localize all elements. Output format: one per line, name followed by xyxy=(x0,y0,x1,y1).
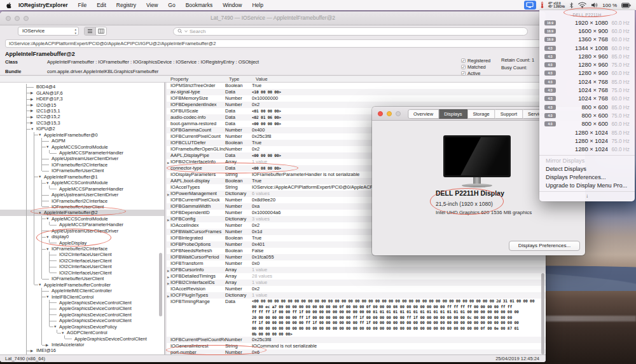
tab-support[interactable]: Support xyxy=(495,109,523,119)
tree-item-I2C3@15,3[interactable]: I2C3@15,3 xyxy=(23,120,164,126)
column-header-value[interactable]: Value xyxy=(256,76,268,83)
tree-item-I2C0@15[interactable]: I2C0@15 xyxy=(23,102,164,107)
tree-item-AppleMCCSParameterHandler[interactable]: AppleMCCSParameterHandler xyxy=(23,185,164,191)
resolution-item[interactable]: 4:31024 × 76875.0 Hz xyxy=(539,86,635,94)
tree-item-display0[interactable]: display0 xyxy=(23,234,164,239)
tree-item-AppleGraphicsDeviceControlClient[interactable]: AppleGraphicsDeviceControlClient xyxy=(23,318,164,323)
tree-item-B0D4@4[interactable]: B0D4@4 xyxy=(23,84,164,90)
menu-action-displays-preferences[interactable]: Displays Preferences... xyxy=(539,173,635,182)
tree-scrollbar[interactable] xyxy=(159,253,162,316)
tree-item-IOI2CInterfaceUserClient[interactable]: IOI2CInterfaceUserClient xyxy=(23,264,164,269)
tree-item-HDEF@1F,3[interactable]: HDEF@1F,3 xyxy=(23,96,164,102)
tree-item-IOFramebufferUserClient[interactable]: IOFramebufferUserClient xyxy=(23,276,164,281)
tree-item-IOI2CInterfaceUserClient[interactable]: IOI2CInterfaceUserClient xyxy=(23,270,164,276)
minimize-button[interactable] xyxy=(387,111,392,116)
disclosure-open-icon[interactable] xyxy=(38,132,44,138)
tree-item-AppleUpstreamUserClientDriver[interactable]: AppleUpstreamUserClientDriver xyxy=(23,156,164,161)
tree-item-AppleMCCSControlModule[interactable]: AppleMCCSControlModule xyxy=(23,216,164,222)
scroll-more-arrow[interactable]: ↓ xyxy=(539,193,635,199)
table-row[interactable]: IOCFPlugInTypesDictionary1 value xyxy=(167,292,546,299)
menu-item-view[interactable]: View xyxy=(141,2,163,8)
tree-item-IntelFBClientControl[interactable]: IntelFBClientControl xyxy=(23,293,164,299)
menu-item-bookmarks[interactable]: Bookmarks xyxy=(181,2,218,8)
disclosure-closed-icon[interactable] xyxy=(31,96,36,102)
disclosure-open-icon[interactable] xyxy=(53,324,59,330)
resolution-item[interactable]: 4:31280 × 96075.0 Hz xyxy=(539,60,635,69)
table-row[interactable]: IOFBI2CInterfaceIDsArray1 value xyxy=(167,280,546,286)
resolution-item[interactable]: 1280 × 102460.0 Hz xyxy=(539,145,635,153)
tree-item-IntelAccelerator[interactable]: IntelAccelerator xyxy=(23,342,164,347)
tree-item-GLAN@1F,6[interactable]: GLAN@1F,6 xyxy=(23,90,164,95)
tree-item-AppleIntelFramebuffer@2[interactable]: AppleIntelFramebuffer@2 xyxy=(0,210,164,215)
volume-icon[interactable] xyxy=(591,2,598,8)
tree-item-I2C2@15,2[interactable]: I2C2@15,2 xyxy=(23,114,164,119)
column-view-button[interactable] xyxy=(95,27,106,35)
tree-item-IMEI@16[interactable]: IMEI@16 xyxy=(23,347,164,353)
table-row[interactable]: IOFBDetailedTimingsArray28 values xyxy=(167,273,546,280)
disclosure-open-icon[interactable] xyxy=(46,216,52,222)
resolution-item[interactable]: 4:31280 × 96060.0 Hz xyxy=(539,69,635,78)
search-input[interactable]: Search xyxy=(173,27,528,36)
resolution-item[interactable]: 4:31344 × 100860.0 Hz xyxy=(539,44,635,52)
disclosure-open-icon[interactable] xyxy=(31,126,36,131)
tree-item-AppleUpstreamUserClientDriver[interactable]: AppleUpstreamUserClientDriver xyxy=(23,192,164,198)
resolution-item[interactable]: 16:91920 × 108060.0 Hz xyxy=(539,18,635,27)
tree-item-IOFramebufferUserClient[interactable]: IOFramebufferUserClient xyxy=(23,168,164,173)
tree-item-AGDPClientControl[interactable]: AGDPClientControl xyxy=(23,330,164,335)
menu-item-registry[interactable]: Registry xyxy=(111,2,141,8)
plane-selector-popup[interactable]: IOService ▴▾ xyxy=(18,27,79,36)
battery-icon[interactable] xyxy=(621,3,631,8)
tree-item-AppleGraphicsDeviceControlClient[interactable]: AppleGraphicsDeviceControlClient xyxy=(23,335,164,341)
tree-item-IOFramebufferI2CInterface[interactable]: IOFramebufferI2CInterface xyxy=(23,246,164,252)
tree-item-AppleUpstreamUserClientDriver[interactable]: AppleUpstreamUserClientDriver xyxy=(23,228,164,234)
close-button[interactable] xyxy=(378,111,383,116)
table-row[interactable]: IOFBTimingRangeData<00 00 00 00 00 00 00… xyxy=(167,299,546,337)
menu-item-window[interactable]: Window xyxy=(218,2,247,8)
disclosure-open-icon[interactable] xyxy=(46,180,52,185)
resolution-item[interactable]: 4:3800 × 60075.0 Hz xyxy=(539,111,635,119)
disclosure-open-icon[interactable] xyxy=(46,246,52,252)
resolution-item[interactable]: 4:31024 × 76885.0 Hz xyxy=(539,78,635,86)
table-row[interactable]: IOGeneralInterestStringIOCommand is not … xyxy=(167,343,546,349)
displays-preferences-button[interactable]: Displays Preferences... xyxy=(509,241,580,251)
resolution-item[interactable]: 4:3800 × 60085.0 Hz xyxy=(539,103,635,111)
table-row[interactable]: IOAccelRevisionNumber0x2 xyxy=(167,286,546,292)
resolution-item[interactable]: 4:31024 × 76860.0 Hz xyxy=(539,95,635,103)
disclosure-closed-icon[interactable] xyxy=(31,114,36,119)
column-header-type[interactable]: Type xyxy=(229,76,239,83)
disclosure-open-icon[interactable] xyxy=(38,281,44,287)
column-header-property[interactable]: Property xyxy=(170,76,188,83)
tree-item-AppleDisplay[interactable]: AppleDisplay xyxy=(23,239,164,245)
resolution-item[interactable]: 1280 × 102485.0 Hz xyxy=(539,128,635,137)
tree-item-AGPM[interactable]: AGPM xyxy=(23,138,164,144)
tree-item-IOI2CInterfaceUserClient[interactable]: IOI2CInterfaceUserClient xyxy=(23,258,164,264)
tree-item-I2C1@15,1[interactable]: I2C1@15,1 xyxy=(23,108,164,114)
tree-item-AppleGraphicsDevicePolicy[interactable]: AppleGraphicsDevicePolicy xyxy=(23,324,164,330)
zoom-button[interactable] xyxy=(396,111,401,116)
thermometer-icon[interactable] xyxy=(541,1,544,9)
table-row[interactable]: IOFBTransformNumber0x0 xyxy=(167,260,546,267)
resolution-item[interactable]: 16:91600 × 90060.0 Hz xyxy=(539,27,635,35)
tree-item-AppleMCCSControlModule[interactable]: AppleMCCSControlModule xyxy=(23,180,164,185)
menu-item-help[interactable]: Help xyxy=(247,2,268,8)
menu-action-upgrade-to-display-menu-pro[interactable]: Upgrade to Display Menu Pro... xyxy=(539,182,635,190)
tab-displays[interactable]: Displays xyxy=(439,109,467,119)
tree-item-AppleGraphicsDeviceControlClient[interactable]: AppleGraphicsDeviceControlClient xyxy=(23,312,164,318)
tree-item-AppleIntelMEClientController[interactable]: AppleIntelMEClientController xyxy=(23,288,164,293)
display-menu-icon[interactable] xyxy=(524,1,536,10)
tab-overview[interactable]: Overview xyxy=(408,109,439,119)
table-row[interactable]: IOFBCursorInfoArray1 value xyxy=(167,267,546,273)
path-breadcrumb[interactable]: IOService:/AppleACPIPlatformExpert/PCI0@… xyxy=(5,39,541,48)
tree-item-AppleGraphicsDeviceControlClient[interactable]: AppleGraphicsDeviceControlClient xyxy=(23,300,164,306)
registry-title-bar[interactable]: Lat_7490 — IOService — AppleIntelFramebu… xyxy=(0,11,546,25)
tree-item-IOFramebufferUserClient[interactable]: IOFramebufferUserClient xyxy=(23,204,164,210)
tree-item-AppleMCCSParameterHandler[interactable]: AppleMCCSParameterHandler xyxy=(23,150,164,156)
disclosure-open-icon[interactable] xyxy=(61,330,67,335)
table-scrollbar[interactable] xyxy=(541,273,544,354)
resolution-item[interactable]: 1280 × 102475.0 Hz xyxy=(539,137,635,145)
disclosure-open-icon[interactable] xyxy=(46,234,52,239)
table-row[interactable]: av-signal-typeData<10 00 00 00> xyxy=(167,89,546,95)
disclosure-closed-icon[interactable] xyxy=(31,102,36,107)
list-view-button[interactable] xyxy=(85,27,95,35)
resolution-item[interactable]: 16:91360 × 76860.0 Hz xyxy=(539,36,635,44)
